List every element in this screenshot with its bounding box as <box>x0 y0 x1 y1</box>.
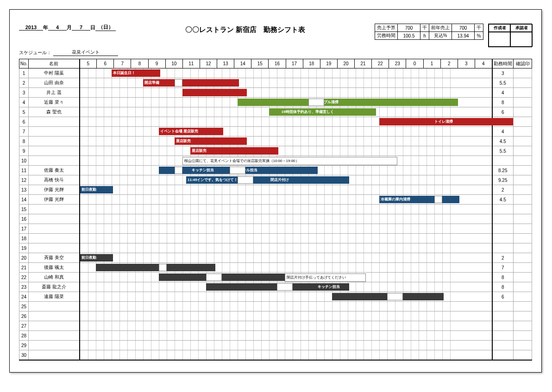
row-timeline[interactable] <box>80 292 492 302</box>
row-timeline[interactable]: 前日夜勤 <box>80 253 492 263</box>
hour-header: 21 <box>355 59 372 68</box>
shift-bar[interactable] <box>182 89 247 96</box>
hour-header: 0 <box>406 59 423 68</box>
row-work-hours: 4.5 <box>492 195 514 205</box>
shift-bar[interactable]: 桜山公園にて、花見イベント会場での屋店販売実施（10:00～19:00） <box>182 157 397 165</box>
shift-bar[interactable]: 屋店販売 <box>190 147 278 155</box>
shift-bar[interactable]: テーブル清掃 <box>238 99 458 106</box>
shift-bar[interactable]: 開店準備 <box>143 79 239 87</box>
row-no: 23 <box>19 282 29 292</box>
shift-bar[interactable]: 前日夜勤 <box>80 186 113 193</box>
day-input[interactable] <box>72 25 90 31</box>
row-name <box>29 156 80 166</box>
row-work-hours: 7 <box>492 263 514 273</box>
row-timeline[interactable]: キッチン担当 <box>80 282 492 292</box>
row-work-hours <box>492 331 514 341</box>
row-timeline[interactable] <box>80 341 492 350</box>
shift-row: 17 <box>19 224 532 234</box>
shift-bar[interactable]: 閉店片付け <box>269 176 349 184</box>
row-timeline[interactable] <box>80 205 492 214</box>
row-name <box>29 146 80 156</box>
row-timeline[interactable]: 本日誕生日！ <box>80 68 492 78</box>
shift-row: 8屋店販売4.5 <box>19 137 532 146</box>
row-timeline[interactable]: 前日夜勤 <box>80 185 492 195</box>
shift-row: 24遠藤 陽菜6 <box>19 292 532 302</box>
shift-bar[interactable]: 屋店販売 <box>175 137 247 145</box>
row-timeline[interactable]: 屋店販売 <box>80 137 492 146</box>
shift-row: 19 <box>19 243 532 253</box>
year-input[interactable] <box>19 25 43 31</box>
shift-bar[interactable]: 前日夜勤 <box>80 254 113 261</box>
labor-label: 労務時間 <box>375 32 398 40</box>
row-no: 8 <box>19 137 29 146</box>
row-timeline[interactable] <box>80 243 492 253</box>
shift-row: 5森 聖也19時団体予約あり、準備宜しく6 <box>19 107 532 117</box>
hour-header: 13 <box>217 59 234 68</box>
shift-bar[interactable]: 本日誕生日！ <box>112 69 160 77</box>
row-no: 1 <box>19 68 29 78</box>
row-name: 山田 由奈 <box>29 78 80 88</box>
row-timeline[interactable]: 冷蔵庫の庫内清掃 <box>80 195 492 205</box>
shift-bar[interactable]: 19時団体予約あり、準備宜しく <box>269 108 376 116</box>
row-no: 4 <box>19 98 29 107</box>
shift-bar[interactable]: 冷蔵庫の庫内清掃 <box>379 196 459 203</box>
row-confirm-stamp <box>514 234 532 243</box>
row-name <box>29 341 80 350</box>
row-no: 30 <box>19 350 29 361</box>
row-confirm-stamp <box>514 78 532 88</box>
row-timeline[interactable]: トイレ清掃 <box>80 117 492 127</box>
shift-row: 13伊藤 光輝前日夜勤2 <box>19 185 532 195</box>
shift-bar[interactable] <box>159 274 302 281</box>
row-timeline[interactable]: 閉店片付け手伝ってあげてください <box>80 273 492 282</box>
shift-bar[interactable]: ホール担当 <box>238 167 318 174</box>
row-no: 10 <box>19 156 29 166</box>
row-timeline[interactable] <box>80 88 492 98</box>
row-timeline[interactable] <box>80 321 492 331</box>
row-no: 9 <box>19 146 29 156</box>
row-timeline[interactable] <box>80 331 492 341</box>
row-timeline[interactable]: 桜山公園にて、花見イベント会場での屋店販売実施（10:00～19:00） <box>80 156 492 166</box>
row-work-hours: 2 <box>492 185 514 195</box>
row-confirm-stamp <box>514 321 532 331</box>
row-timeline[interactable] <box>80 350 492 361</box>
shift-bar[interactable]: 閉店片付け手伝ってあげてください <box>285 274 366 282</box>
row-timeline[interactable] <box>80 302 492 311</box>
prev-sales-value: 700 <box>452 24 475 32</box>
creator-stamp <box>489 32 511 47</box>
row-timeline[interactable] <box>80 311 492 321</box>
hour-header: 9 <box>148 59 165 68</box>
row-timeline[interactable]: 11:45インです。気をつけて！閉店片付け <box>80 175 492 185</box>
row-timeline[interactable] <box>80 224 492 234</box>
break-slot <box>175 167 182 174</box>
schedule-label: スケジュール： <box>19 50 51 56</box>
row-timeline[interactable] <box>80 234 492 243</box>
shift-bar[interactable]: トイレ清掃 <box>379 118 513 125</box>
shift-bar[interactable]: キッチン担当 <box>316 283 349 291</box>
row-timeline[interactable] <box>80 263 492 273</box>
row-timeline[interactable]: 屋店販売 <box>80 146 492 156</box>
row-work-hours <box>492 234 514 243</box>
row-name: 斎藤 龍之介 <box>29 282 80 292</box>
shift-row: 10桜山公園にて、花見イベント会場での屋店販売実施（10:00～19:00） <box>19 156 532 166</box>
row-timeline[interactable]: 19時団体予約あり、準備宜しく <box>80 107 492 117</box>
row-confirm-stamp <box>514 311 532 321</box>
header-bar: 年 月 日 （日） 〇〇レストラン 新宿店 勤務シフト表 売上予算 700 千 … <box>19 24 532 47</box>
row-timeline[interactable] <box>80 214 492 224</box>
row-timeline[interactable]: キッチン担当ホール担当 <box>80 166 492 175</box>
row-work-hours: 6 <box>492 292 514 302</box>
row-timeline[interactable]: イベント会場 屋店販売 <box>80 127 492 137</box>
row-confirm-stamp <box>514 117 532 127</box>
approver-stamp <box>510 32 533 47</box>
shift-bar[interactable] <box>96 264 215 271</box>
row-timeline[interactable]: 開店準備 <box>80 78 492 88</box>
row-work-hours: 5.5 <box>492 146 514 156</box>
row-confirm-stamp <box>514 253 532 263</box>
row-name <box>29 137 80 146</box>
row-no: 26 <box>19 311 29 321</box>
row-name <box>29 127 80 137</box>
row-confirm-stamp <box>514 214 532 224</box>
row-name <box>29 224 80 234</box>
month-input[interactable] <box>48 25 67 31</box>
row-timeline[interactable]: テーブル清掃 <box>80 98 492 107</box>
shift-bar[interactable]: イベント会場 屋店販売 <box>159 128 223 135</box>
